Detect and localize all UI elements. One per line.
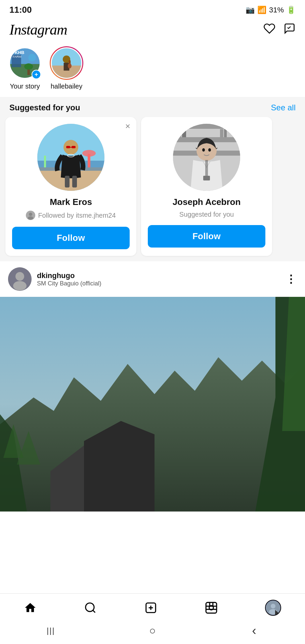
svg-point-7 (24, 63, 33, 70)
hallebailey-label: hallebailey (51, 83, 83, 90)
android-nav: ||| ○ ‹ (0, 619, 305, 644)
svg-point-13 (68, 63, 72, 68)
mark-eros-avatar (37, 124, 104, 191)
stories-row: KHB FARM + Your story (0, 43, 305, 97)
bottom-nav: ||| ○ ‹ (0, 593, 305, 644)
svg-rect-36 (182, 129, 186, 137)
suggested-title: Suggested for you (9, 103, 80, 112)
svg-rect-40 (205, 160, 208, 177)
svg-point-29 (28, 216, 33, 220)
home-nav-icon[interactable] (24, 601, 37, 614)
svg-rect-61 (206, 602, 217, 613)
svg-point-45 (15, 272, 24, 281)
heart-icon[interactable] (263, 22, 275, 37)
post-avatar[interactable] (8, 267, 32, 291)
your-story-label: Your story (10, 83, 40, 90)
post-username[interactable]: dkinghugo (37, 271, 101, 280)
joseph-acebron-avatar (173, 124, 240, 191)
svg-rect-23 (70, 147, 72, 148)
follow-mark-eros-button[interactable]: Follow (12, 227, 130, 249)
svg-point-42 (202, 148, 205, 152)
battery-icon: 🔋 (287, 6, 296, 14)
hallebailey-avatar-wrap (50, 46, 83, 80)
mark-eros-followed-by: Followed by itsme.jhem24 (38, 212, 116, 219)
svg-line-57 (93, 610, 95, 612)
bottom-nav-icons (0, 594, 305, 619)
svg-point-69 (269, 609, 277, 614)
suggested-card-mark-eros: × (5, 117, 136, 256)
post-image (0, 297, 305, 512)
svg-rect-26 (72, 176, 77, 187)
profile-nav-icon[interactable] (265, 600, 281, 616)
joseph-acebron-sub: Suggested for you (179, 211, 234, 218)
follow-joseph-acebron-button[interactable]: Follow (148, 225, 265, 248)
svg-text:FARM: FARM (12, 55, 21, 58)
svg-rect-37 (220, 129, 223, 137)
instagram-logo: Instagram (9, 21, 67, 38)
reels-nav-icon[interactable] (205, 601, 218, 614)
mark-eros-name: Mark Eros (50, 197, 92, 207)
svg-point-43 (208, 148, 211, 152)
svg-rect-22 (72, 146, 76, 148)
svg-rect-25 (65, 176, 70, 187)
svg-point-46 (13, 281, 27, 290)
svg-rect-31 (173, 124, 240, 129)
status-icons: 📷 📶 31% 🔋 (246, 6, 296, 14)
status-bar: 11:00 📷 📶 31% 🔋 (0, 0, 305, 18)
svg-point-68 (271, 604, 275, 608)
close-card-mark-eros[interactable]: × (125, 122, 130, 130)
svg-rect-21 (66, 146, 70, 148)
camera-icon: 📷 (246, 6, 255, 14)
svg-rect-19 (44, 156, 46, 167)
android-back-btn[interactable]: ‹ (244, 624, 264, 637)
svg-point-5 (28, 54, 36, 61)
status-time: 11:00 (9, 5, 32, 15)
add-story-badge[interactable]: + (32, 70, 41, 79)
suggested-header: Suggested for you See all (0, 97, 305, 117)
svg-point-18 (82, 150, 96, 157)
top-nav: Instagram (0, 18, 305, 43)
messenger-icon[interactable] (284, 22, 296, 37)
joseph-suggested-text: Suggested for you (179, 211, 234, 218)
suggested-card-joseph-acebron: Joseph Acebron Suggested for you Follow (141, 117, 272, 256)
nav-icons (263, 22, 296, 37)
joseph-acebron-name: Joseph Acebron (173, 197, 241, 207)
add-nav-icon[interactable] (144, 601, 157, 614)
svg-rect-38 (224, 129, 227, 137)
svg-point-28 (29, 213, 32, 216)
android-home-btn[interactable]: ○ (142, 624, 163, 637)
battery-indicator: 31% (269, 6, 284, 14)
story-item-your-story[interactable]: KHB FARM + Your story (8, 46, 42, 90)
post-header: dkinghugo SM City Baguio (official) ⋮ (0, 261, 305, 297)
svg-text:KHB: KHB (15, 50, 24, 55)
hallebailey-avatar-inner (51, 47, 82, 79)
post-location[interactable]: SM City Baguio (official) (37, 280, 101, 287)
svg-rect-35 (179, 129, 181, 137)
android-menu-btn[interactable]: ||| (41, 624, 61, 637)
post-user-text: dkinghugo SM City Baguio (official) (37, 271, 101, 287)
post-user-info: dkinghugo SM City Baguio (official) (8, 267, 101, 291)
mark-eros-sub: Followed by itsme.jhem24 (26, 211, 116, 220)
svg-point-56 (86, 603, 94, 611)
wifi-icon: 📶 (257, 6, 266, 14)
mark-eros-follower-avatar (26, 211, 35, 220)
see-all-link[interactable]: See all (271, 103, 296, 112)
svg-rect-34 (175, 129, 178, 137)
your-story-avatar-wrap: KHB FARM + (8, 46, 42, 80)
post-menu-button[interactable]: ⋮ (286, 273, 297, 285)
search-nav-icon[interactable] (84, 601, 97, 614)
story-item-hallebailey[interactable]: hallebailey (50, 46, 83, 90)
svg-rect-41 (203, 176, 210, 180)
suggested-cards-row: × (0, 117, 305, 261)
